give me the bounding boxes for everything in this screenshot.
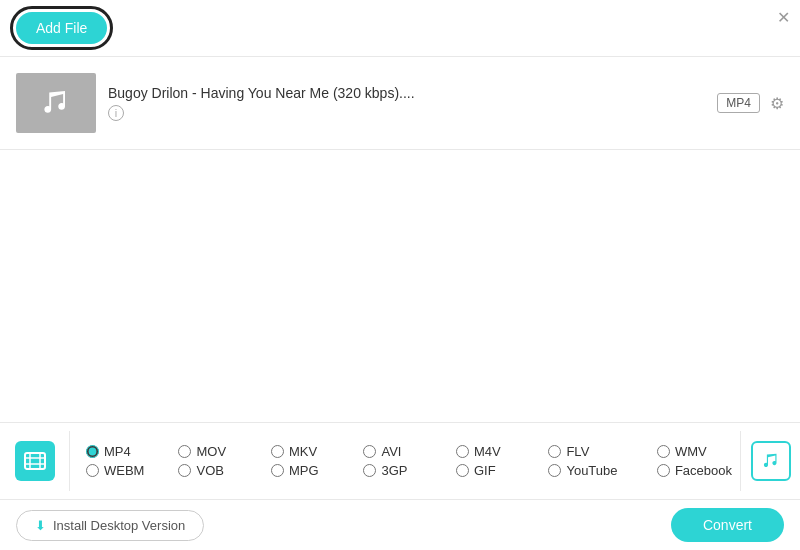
add-file-button[interactable]: Add File [16,12,107,44]
music-note-icon [760,450,782,472]
format-option-avi[interactable]: AVI [363,444,455,459]
format-option-mov[interactable]: MOV [178,444,270,459]
format-option-gif[interactable]: GIF [456,463,548,478]
install-desktop-button[interactable]: ⬇ Install Desktop Version [16,510,204,541]
file-item: Bugoy Drilon - Having You Near Me (320 k… [16,65,784,141]
format-options: MP4 MOV MKV AVI M4V FLV WEBM VOB MPG 3GP [70,438,657,484]
format-option-flv[interactable]: FLV [548,444,640,459]
format-option-wmv[interactable]: WMV [657,444,732,459]
radio-vob[interactable] [178,464,191,477]
radio-mp4[interactable] [86,445,99,458]
convert-button[interactable]: Convert [671,508,784,542]
radio-gif[interactable] [456,464,469,477]
radio-wmv[interactable] [657,445,670,458]
install-label: Install Desktop Version [53,518,185,533]
format-option-3gp[interactable]: 3GP [363,463,455,478]
settings-button[interactable]: ⚙ [770,94,784,113]
info-icon[interactable]: i [108,105,124,121]
file-list: Bugoy Drilon - Having You Near Me (320 k… [0,57,800,150]
format-icon-area [0,431,70,491]
radio-m4v[interactable] [456,445,469,458]
format-option-mkv[interactable]: MKV [271,444,363,459]
radio-avi[interactable] [363,445,376,458]
film-icon [23,449,47,473]
music-icon-right [740,431,800,491]
format-option-webm[interactable]: WEBM [86,463,178,478]
music-icon [38,85,74,121]
radio-webm[interactable] [86,464,99,477]
format-option-vob[interactable]: VOB [178,463,270,478]
radio-mkv[interactable] [271,445,284,458]
format-bar: MP4 MOV MKV AVI M4V FLV WEBM VOB MPG 3GP [0,422,800,500]
radio-facebook[interactable] [657,464,670,477]
download-icon: ⬇ [35,518,46,533]
video-icon-box [15,441,55,481]
file-name: Bugoy Drilon - Having You Near Me (320 k… [108,85,558,101]
file-actions: MP4 ⚙ [717,93,784,113]
main-content [0,150,800,390]
radio-mpg[interactable] [271,464,284,477]
close-button[interactable]: ✕ [777,10,790,26]
extra-formats: WMV Facebook [657,444,740,478]
radio-mov[interactable] [178,445,191,458]
format-option-facebook[interactable]: Facebook [657,463,732,478]
file-info: Bugoy Drilon - Having You Near Me (320 k… [108,85,705,121]
music-icon-box [751,441,791,481]
format-badge: MP4 [717,93,760,113]
format-option-mp4[interactable]: MP4 [86,444,178,459]
radio-3gp[interactable] [363,464,376,477]
radio-youtube[interactable] [548,464,561,477]
svg-rect-0 [25,453,45,469]
format-option-mpg[interactable]: MPG [271,463,363,478]
footer: ⬇ Install Desktop Version Convert [0,500,800,550]
file-thumbnail [16,73,96,133]
radio-flv[interactable] [548,445,561,458]
format-option-m4v[interactable]: M4V [456,444,548,459]
header: Add File ✕ [0,0,800,57]
format-option-youtube[interactable]: YouTube [548,463,640,478]
